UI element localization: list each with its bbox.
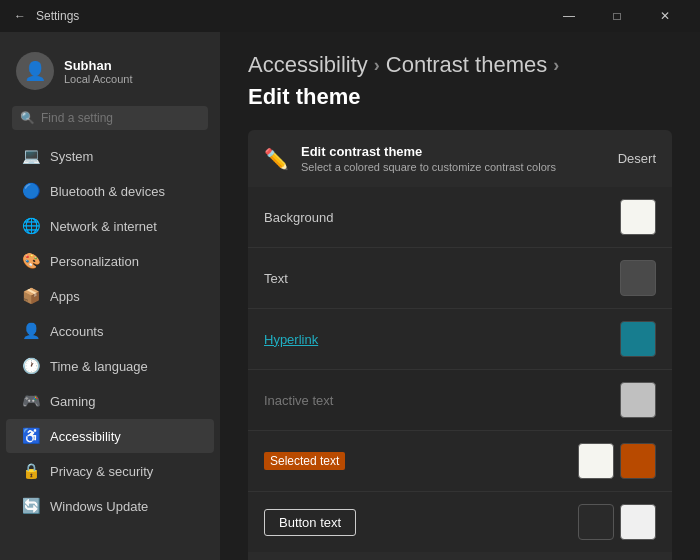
content-area: Accessibility › Contrast themes › Edit t…	[220, 32, 700, 560]
inactive-text-label: Inactive text	[264, 393, 610, 408]
breadcrumb-accessibility[interactable]: Accessibility	[248, 52, 368, 78]
text-label: Text	[264, 271, 610, 286]
app-body: 👤 Subhan Local Account 🔍 💻 System 🔵 Blue…	[0, 32, 700, 560]
button-text-swatch-1[interactable]	[578, 504, 614, 540]
theme-name: Desert	[618, 151, 656, 166]
sidebar-item-network[interactable]: 🌐 Network & internet	[6, 209, 214, 243]
breadcrumb-sep-2: ›	[553, 55, 559, 76]
color-row-hyperlink: Hyperlink	[248, 309, 672, 370]
color-row-button-text: Button text	[248, 492, 672, 552]
search-icon: 🔍	[20, 111, 35, 125]
sidebar-item-bluetooth[interactable]: 🔵 Bluetooth & devices	[6, 174, 214, 208]
nav-label-system: System	[50, 149, 93, 164]
nav-icon-accounts: 👤	[22, 322, 40, 340]
search-input[interactable]	[41, 111, 200, 125]
hyperlink-swatch[interactable]	[620, 321, 656, 357]
inactive-text-swatch[interactable]	[620, 382, 656, 418]
nav-icon-apps: 📦	[22, 287, 40, 305]
nav-label-privacy: Privacy & security	[50, 464, 153, 479]
sidebar-item-update[interactable]: 🔄 Windows Update	[6, 489, 214, 523]
nav-label-network: Network & internet	[50, 219, 157, 234]
sidebar-item-system[interactable]: 💻 System	[6, 139, 214, 173]
color-rows: Background Text Hyperlink Inactive text	[248, 187, 672, 552]
color-row-text: Text	[248, 248, 672, 309]
nav-icon-gaming: 🎮	[22, 392, 40, 410]
search-box[interactable]: 🔍	[12, 106, 208, 130]
back-button[interactable]: ←	[12, 8, 28, 24]
sidebar-item-gaming[interactable]: 🎮 Gaming	[6, 384, 214, 418]
button-text-swatch-2[interactable]	[620, 504, 656, 540]
nav-icon-accessibility: ♿	[22, 427, 40, 445]
selected-text-swatches	[578, 443, 656, 479]
color-row-selected-text: Selected text	[248, 431, 672, 492]
user-info: Subhan Local Account	[64, 58, 133, 85]
sidebar-item-personalization[interactable]: 🎨 Personalization	[6, 244, 214, 278]
color-row-background: Background	[248, 187, 672, 248]
window-controls: — □ ✕	[546, 0, 688, 32]
theme-header-info: Edit contrast theme Select a colored squ…	[301, 144, 606, 173]
breadcrumb-current: Edit theme	[248, 84, 360, 110]
button-text-demo[interactable]: Button text	[264, 509, 356, 536]
action-row: Save as Cancel	[248, 552, 672, 560]
nav-label-personalization: Personalization	[50, 254, 139, 269]
nav-icon-bluetooth: 🔵	[22, 182, 40, 200]
user-account-type: Local Account	[64, 73, 133, 85]
nav-icon-system: 💻	[22, 147, 40, 165]
theme-icon: ✏️	[264, 147, 289, 171]
theme-editor: ✏️ Edit contrast theme Select a colored …	[248, 130, 672, 560]
theme-header-subtitle: Select a colored square to customize con…	[301, 161, 606, 173]
user-name: Subhan	[64, 58, 133, 73]
nav-label-time: Time & language	[50, 359, 148, 374]
nav-label-bluetooth: Bluetooth & devices	[50, 184, 165, 199]
nav-icon-privacy: 🔒	[22, 462, 40, 480]
button-text-swatches	[578, 504, 656, 540]
nav-icon-time: 🕐	[22, 357, 40, 375]
background-label: Background	[264, 210, 610, 225]
sidebar-item-privacy[interactable]: 🔒 Privacy & security	[6, 454, 214, 488]
nav-label-update: Windows Update	[50, 499, 148, 514]
theme-header-title: Edit contrast theme	[301, 144, 606, 159]
nav-label-accounts: Accounts	[50, 324, 103, 339]
button-text-label: Button text	[264, 509, 568, 536]
nav-icon-update: 🔄	[22, 497, 40, 515]
nav-list: 💻 System 🔵 Bluetooth & devices 🌐 Network…	[0, 138, 220, 524]
sidebar-item-time[interactable]: 🕐 Time & language	[6, 349, 214, 383]
text-swatch[interactable]	[620, 260, 656, 296]
nav-icon-personalization: 🎨	[22, 252, 40, 270]
theme-editor-header: ✏️ Edit contrast theme Select a colored …	[248, 130, 672, 187]
breadcrumb-contrast-themes[interactable]: Contrast themes	[386, 52, 547, 78]
breadcrumb-sep-1: ›	[374, 55, 380, 76]
sidebar: 👤 Subhan Local Account 🔍 💻 System 🔵 Blue…	[0, 32, 220, 560]
selected-text-swatch-1[interactable]	[578, 443, 614, 479]
breadcrumb: Accessibility › Contrast themes › Edit t…	[248, 52, 672, 110]
titlebar: ← Settings — □ ✕	[0, 0, 700, 32]
sidebar-item-apps[interactable]: 📦 Apps	[6, 279, 214, 313]
titlebar-title: Settings	[36, 9, 79, 23]
close-button[interactable]: ✕	[642, 0, 688, 32]
selected-text-demo: Selected text	[264, 452, 345, 470]
nav-label-accessibility: Accessibility	[50, 429, 121, 444]
selected-text-label: Selected text	[264, 452, 568, 470]
color-row-inactive-text: Inactive text	[248, 370, 672, 431]
background-swatch[interactable]	[620, 199, 656, 235]
hyperlink-label[interactable]: Hyperlink	[264, 332, 610, 347]
sidebar-item-accounts[interactable]: 👤 Accounts	[6, 314, 214, 348]
nav-icon-network: 🌐	[22, 217, 40, 235]
selected-text-swatch-2[interactable]	[620, 443, 656, 479]
avatar: 👤	[16, 52, 54, 90]
minimize-button[interactable]: —	[546, 0, 592, 32]
maximize-button[interactable]: □	[594, 0, 640, 32]
sidebar-item-accessibility[interactable]: ♿ Accessibility	[6, 419, 214, 453]
nav-label-apps: Apps	[50, 289, 80, 304]
nav-label-gaming: Gaming	[50, 394, 96, 409]
user-profile: 👤 Subhan Local Account	[0, 40, 220, 106]
